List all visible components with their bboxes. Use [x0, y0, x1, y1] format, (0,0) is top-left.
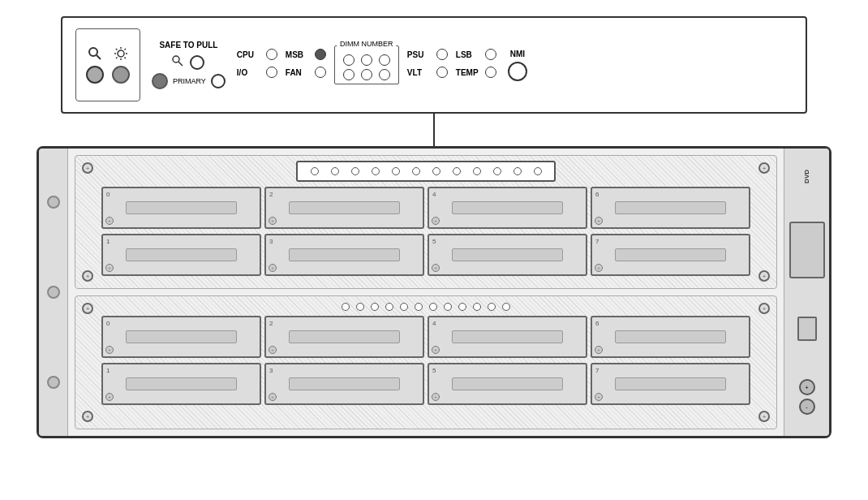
dimm-number-label: DIMM NUMBER — [337, 40, 397, 48]
led-3 — [351, 167, 359, 175]
primary-label: PRIMARY — [173, 77, 206, 85]
led-lower-2 — [356, 303, 364, 311]
drive-bay-u0: 0 + — [101, 187, 261, 229]
bay-screw-ll0: + — [105, 346, 114, 354]
bay-screw-ul0: + — [105, 217, 114, 225]
led-10 — [493, 167, 501, 175]
led-lower-10 — [473, 303, 481, 311]
bay-screw-ll1: + — [105, 393, 114, 401]
screw-tr-upper — [758, 162, 770, 174]
bay-screw-ul7: + — [595, 264, 603, 272]
bay-screw-ul2: + — [269, 217, 277, 225]
screw-bl-lower — [82, 411, 93, 422]
screw-tl-upper — [82, 162, 93, 174]
drive-bay-l0: 0 + — [101, 316, 261, 358]
side-panel-left — [39, 149, 68, 436]
drive-bay-u7: 7 + — [591, 234, 750, 276]
dimm-dot-4 — [361, 69, 372, 80]
dimm-number-section: DIMM NUMBER — [334, 45, 399, 84]
drive-bays-upper-row1: 1 + 3 + 5 + 7 + — [79, 232, 773, 278]
screw-tr-lower — [758, 303, 770, 314]
led-strip-upper — [296, 161, 556, 182]
psu-vlt-section: PSU VLT — [407, 49, 448, 81]
screw-br-lower — [758, 411, 770, 422]
dimm-dot-5 — [379, 54, 390, 66]
fan-label: FAN — [286, 68, 310, 77]
drive-bay-l6: 6 + — [591, 316, 750, 358]
drive-bay-u5: 5 + — [428, 234, 587, 276]
side-panel-right: DVD + - — [784, 149, 829, 436]
cpu-indicator — [266, 49, 277, 60]
led-5 — [392, 167, 400, 175]
led-lower-1 — [342, 303, 350, 311]
primary-circle[interactable] — [152, 73, 168, 89]
led-1 — [311, 167, 319, 175]
dvd-label: DVD — [803, 170, 810, 183]
power-btn-2[interactable]: - — [799, 399, 815, 415]
dvd-bay — [789, 222, 825, 278]
safe-to-pull-label: SAFE TO PULL — [159, 41, 217, 50]
dimm-dot-2 — [343, 69, 355, 80]
drive-bay-l7: 7 + — [591, 363, 750, 405]
search-icon-2 — [172, 55, 183, 70]
bay-screw-ll6: + — [595, 346, 603, 354]
temp-indicator — [485, 67, 496, 78]
drive-bay-u3: 3 + — [264, 234, 424, 276]
led-lower-7 — [429, 303, 437, 311]
left-icons-section — [75, 28, 140, 101]
psu-indicator — [436, 49, 448, 60]
drive-bay-l1: 1 + — [101, 363, 261, 405]
io-indicator — [266, 67, 277, 78]
msb-label: MSB — [286, 50, 310, 59]
drive-bay-u6: 6 + — [591, 187, 750, 229]
psu-label: PSU — [407, 50, 432, 59]
power-btn-1[interactable]: + — [799, 379, 815, 395]
led-lower-12 — [502, 303, 510, 311]
msb-fan-section: MSB FAN — [286, 49, 326, 81]
mount-hole-1 — [47, 196, 60, 209]
bay-screw-ll3: + — [269, 393, 277, 401]
svg-line-8 — [125, 58, 127, 59]
card-slot — [797, 317, 817, 341]
cpu-io-section: CPU I/O — [237, 49, 277, 81]
bay-screw-ul1: + — [105, 264, 114, 272]
screw-br-upper — [758, 270, 770, 282]
drive-bay-u1: 1 + — [101, 234, 261, 276]
circle-btn-2[interactable] — [112, 66, 130, 84]
safe-pull-circle[interactable] — [190, 55, 204, 70]
msb-indicator — [315, 49, 326, 60]
led-8 — [453, 167, 461, 175]
control-panel: SAFE TO PULL PRIMARY CPU I/O MSB — [61, 16, 807, 114]
svg-line-12 — [178, 62, 183, 66]
screw-tl-lower — [82, 303, 93, 314]
vlt-indicator — [436, 67, 448, 78]
drive-bays-lower-row1: 1 + 3 + 5 + 7 + — [79, 361, 773, 407]
dimm-dot-3 — [361, 54, 372, 66]
svg-point-0 — [89, 48, 97, 56]
primary-circle-2[interactable] — [211, 74, 226, 88]
chassis-upper: 0 + 2 + 4 + 6 + — [75, 155, 777, 289]
led-2 — [331, 167, 339, 175]
chassis-lower: 0 + 2 + 4 + 6 + — [75, 295, 777, 429]
circle-btn-1[interactable] — [86, 66, 104, 84]
search-icon — [86, 46, 104, 61]
lsb-temp-section: LSB TEMP — [456, 49, 496, 81]
svg-line-7 — [116, 49, 118, 50]
led-9 — [473, 167, 481, 175]
svg-point-11 — [173, 56, 179, 62]
bay-screw-ul4: + — [432, 217, 440, 225]
dimm-dot-1 — [343, 54, 355, 66]
led-lower-4 — [385, 303, 393, 311]
drive-bay-l3: 3 + — [264, 363, 424, 405]
nmi-button[interactable] — [508, 62, 527, 81]
led-4 — [372, 167, 380, 175]
nmi-label: NMI — [510, 50, 525, 58]
power-buttons: + - — [799, 379, 815, 415]
bay-screw-ll5: + — [432, 393, 440, 401]
bay-screw-ul3: + — [269, 264, 277, 272]
led-lower-6 — [415, 303, 423, 311]
bay-screw-ll2: + — [269, 346, 277, 354]
drive-bay-u2: 2 + — [264, 187, 424, 229]
led-6 — [412, 167, 420, 175]
mount-hole-3 — [47, 376, 60, 389]
